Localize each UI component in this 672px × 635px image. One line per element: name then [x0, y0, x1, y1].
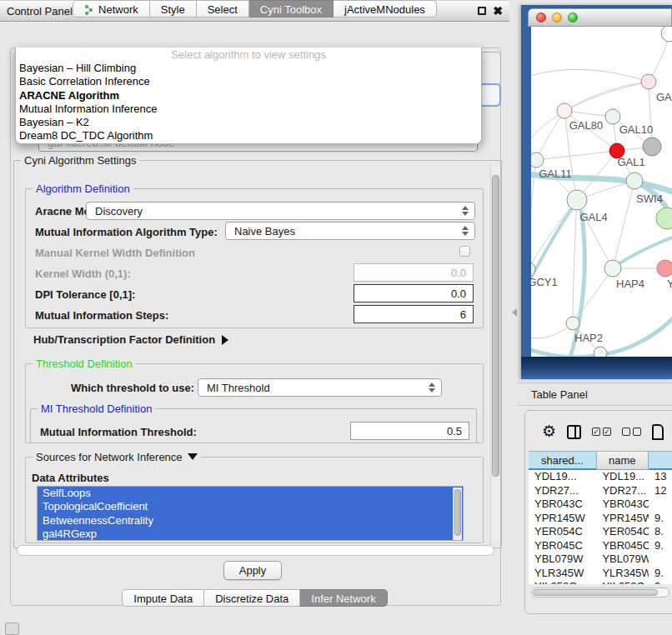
- network-node[interactable]: [594, 347, 607, 357]
- table-cell: 9.: [649, 539, 672, 553]
- table-toolbar: ⚙ ✓✓: [532, 418, 672, 446]
- table-row[interactable]: YBR045CYBR045C9.: [529, 539, 672, 553]
- network-node-gal10[interactable]: [605, 109, 620, 124]
- tab-network[interactable]: Network: [73, 0, 150, 18]
- table-cell: YDL19...: [529, 470, 596, 484]
- network-node-gal80[interactable]: [557, 103, 572, 118]
- table-cell: YDR27...: [529, 484, 596, 498]
- deselect-all-checks-icon[interactable]: [622, 428, 641, 436]
- network-node-label: HAP4: [616, 278, 644, 290]
- network-node-gal[interactable]: [641, 74, 656, 89]
- network-graph[interactable]: GALGAL80GAL10GAL1GAL11SWI4GAL4GCY1HAP4YH…: [531, 27, 672, 357]
- bottom-tab-discretize-data[interactable]: Discretize Data: [204, 589, 300, 607]
- network-edge[interactable]: [536, 151, 617, 160]
- table-cell: YPR145W: [529, 512, 596, 526]
- threshold-definition-legend: Threshold Definition: [33, 358, 136, 370]
- algorithm-option[interactable]: Mutual Information Inference: [16, 102, 481, 116]
- minimize-traffic-light-icon[interactable]: [552, 12, 562, 22]
- network-node-hap2[interactable]: [566, 317, 579, 330]
- select-all-checks-icon[interactable]: ✓✓: [592, 428, 611, 436]
- table-column-header[interactable]: shared...: [529, 452, 597, 470]
- panel-divider-handle[interactable]: [512, 308, 517, 317]
- table-cell: YPR145W: [596, 512, 649, 526]
- which-threshold-combo[interactable]: MI Threshold: [198, 378, 442, 397]
- settings-horizontal-scrollbar[interactable]: [17, 545, 494, 556]
- tab-select[interactable]: Select: [197, 0, 249, 18]
- corner-widget[interactable]: [5, 622, 19, 635]
- mi-steps-field[interactable]: 6: [354, 305, 474, 323]
- data-attributes-label: Data Attributes: [32, 472, 109, 484]
- apply-button[interactable]: Apply: [223, 561, 282, 580]
- attribute-list-item[interactable]: SelfLoops: [38, 487, 463, 500]
- network-edge[interactable]: [531, 69, 649, 82]
- table-row[interactable]: YIL052CYIL052C9: [529, 580, 672, 584]
- algorithm-option[interactable]: Dream8 DC_TDC Algorithm: [16, 129, 481, 142]
- tab-cyni-toolbox[interactable]: Cyni Toolbox: [249, 0, 333, 18]
- dpi-tolerance-field[interactable]: 0.0: [354, 284, 474, 302]
- algorithm-option[interactable]: Basic Correlation Inference: [16, 75, 481, 88]
- table-column-header[interactable]: [649, 452, 672, 470]
- network-node-gal4[interactable]: [567, 190, 587, 210]
- table-row[interactable]: YBL079WYBL079W: [529, 552, 672, 567]
- tab-style[interactable]: Style: [150, 0, 197, 18]
- network-node-swi4[interactable]: [626, 172, 643, 189]
- table-row[interactable]: YLR345WYLR345W9.: [529, 567, 672, 581]
- network-canvas[interactable]: GALGAL80GAL10GAL1GAL11SWI4GAL4GCY1HAP4YH…: [531, 27, 672, 357]
- network-node-label: GCY1: [531, 276, 558, 288]
- network-node-hap4[interactable]: [604, 260, 621, 277]
- network-node-label: GAL4: [579, 211, 607, 223]
- network-node[interactable]: [661, 27, 672, 42]
- bottom-tab-impute-data[interactable]: Impute Data: [122, 589, 204, 607]
- table-cell: YIL052C: [529, 580, 596, 584]
- kernel-width-field[interactable]: 0.0: [354, 263, 474, 282]
- tab-jactivemnodules[interactable]: jActiveMNodules: [333, 0, 437, 18]
- algorithm-option[interactable]: ARACNE Algorithm: [16, 89, 481, 102]
- network-edge[interactable]: [536, 111, 564, 160]
- attribute-list-item[interactable]: BetweennessCentrality: [38, 514, 463, 528]
- mi-threshold-field[interactable]: 0.5: [350, 422, 469, 440]
- columns-icon[interactable]: [567, 425, 581, 439]
- table-row[interactable]: YDL19...YDL19...13: [529, 470, 672, 484]
- attributes-scrollbar-thumb[interactable]: [454, 489, 461, 536]
- table-cell: YBL079W: [596, 552, 649, 567]
- table-scrollbar-thumb[interactable]: [533, 589, 658, 596]
- settings-vertical-scrollbar[interactable]: [490, 164, 500, 546]
- attributes-list-scrollbar[interactable]: [453, 488, 462, 541]
- data-attributes-list: SelfLoopsTopologicalCoefficientBetweenne…: [37, 486, 464, 541]
- table-horizontal-scrollbar[interactable]: [531, 588, 669, 598]
- network-node-y[interactable]: [657, 260, 672, 277]
- zoom-traffic-light-icon[interactable]: [568, 12, 578, 22]
- network-node[interactable]: [656, 208, 672, 229]
- network-window-titlebar[interactable]: [528, 8, 672, 27]
- aracne-mode-combo[interactable]: Discovery: [86, 202, 475, 220]
- network-edge-thick[interactable]: [531, 202, 577, 287]
- mi-type-combo[interactable]: Naive Bayes: [225, 222, 475, 240]
- table-row[interactable]: YDR27...YDR27...12: [529, 484, 672, 498]
- gear-icon[interactable]: ⚙: [542, 423, 556, 440]
- manual-kernel-checkbox[interactable]: [459, 246, 470, 257]
- table-panel-titlebar: Table Panel: [517, 382, 672, 406]
- table-row[interactable]: YPR145WYPR145W9.: [529, 512, 672, 526]
- table-row[interactable]: YER054CYER054C8.: [529, 525, 672, 539]
- sources-legend[interactable]: Sources for Network Inference: [33, 451, 201, 463]
- algorithm-option[interactable]: Bayesian – Hill Climbing: [16, 62, 481, 75]
- network-node-gal11[interactable]: [531, 152, 544, 168]
- network-node[interactable]: [643, 138, 661, 156]
- table-column-header[interactable]: name: [597, 452, 649, 470]
- hub-definition-label: Hub/Transcription Factor Definition: [33, 333, 215, 346]
- settings-scrollbar-thumb[interactable]: [492, 175, 499, 477]
- network-edge[interactable]: [649, 82, 652, 147]
- hub-definition-expander[interactable]: Hub/Transcription Factor Definition: [33, 333, 228, 346]
- document-icon[interactable]: [652, 424, 664, 440]
- algorithm-definition-legend: Algorithm Definition: [33, 182, 133, 195]
- network-edge[interactable]: [573, 200, 577, 323]
- algorithm-option[interactable]: Bayesian – K2: [16, 116, 481, 129]
- network-node-label: SWI4: [636, 192, 663, 205]
- attribute-list-item[interactable]: TopologicalCoefficient: [38, 500, 463, 513]
- close-traffic-light-icon[interactable]: [536, 12, 546, 22]
- table-row[interactable]: YBR043CYBR043C: [529, 498, 672, 512]
- bottom-tab-infer-network[interactable]: Infer Network: [300, 589, 387, 607]
- network-edge[interactable]: [573, 268, 613, 323]
- attribute-list-item[interactable]: gal4RGexp: [38, 528, 463, 541]
- network-edge[interactable]: [564, 82, 649, 111]
